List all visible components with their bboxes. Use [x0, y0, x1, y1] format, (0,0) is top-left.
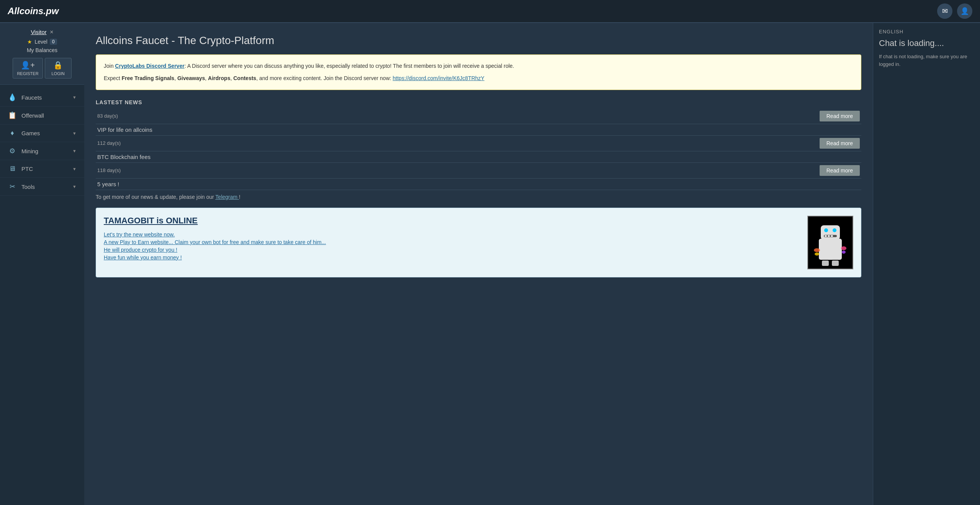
svg-point-12	[815, 252, 819, 256]
table-row: 112 day(s) Read more	[96, 135, 861, 151]
ptc-arrow-icon: ▼	[72, 167, 77, 171]
news-title-1: VIP for life on allcoins	[96, 124, 808, 135]
read-more-button-2[interactable]: Read more	[820, 138, 860, 149]
tamagobit-link-4[interactable]: Have fun while you earn money !	[104, 254, 800, 261]
right-panel: ENGLISH Chat is loading.... If chat is n…	[873, 23, 980, 505]
svg-rect-4	[833, 228, 836, 232]
news-title-3: 5 years !	[96, 178, 808, 190]
discord-text-1: Join CryptoLabs Discord Server: A Discor…	[104, 62, 853, 70]
nav-item-ptc[interactable]: 🖥 PTC ▼	[0, 160, 84, 178]
svg-point-13	[841, 246, 846, 250]
level-label: Level	[34, 39, 47, 45]
news-title-placeholder-2	[142, 135, 808, 151]
nav-item-tools[interactable]: ✂ Tools ▼	[0, 178, 84, 196]
table-row: 118 day(s) Read more	[96, 162, 861, 178]
svg-point-11	[814, 248, 820, 252]
tamagobit-link-1[interactable]: Let's try the new website now.	[104, 231, 800, 238]
tamagobit-link-3[interactable]: He will produce crypto for you !	[104, 247, 800, 253]
news-days-1: 83 day(s)	[96, 108, 142, 124]
faucets-icon: 💧	[8, 93, 17, 102]
table-row: VIP for life on allcoins	[96, 124, 861, 135]
news-btn-cell-3: Read more	[808, 162, 861, 178]
svg-rect-9	[822, 261, 829, 266]
header-actions: ✉ 👤	[937, 3, 972, 19]
read-more-button-3[interactable]: Read more	[820, 165, 860, 176]
svg-rect-1	[819, 239, 842, 260]
discord-text-2: Expect Free Trading Signals, Giveaways, …	[104, 74, 853, 82]
tamagobit-section: TAMAGOBIT is ONLINE Let's try the new we…	[96, 208, 861, 277]
sidebar: Visitor × ★ Level 0 My Balances 👤+ REGIS…	[0, 23, 84, 505]
svg-rect-3	[824, 228, 828, 232]
page-title: Allcoins Faucet - The Crypto-Platform	[96, 34, 861, 47]
tamagobit-content: TAMAGOBIT is ONLINE Let's try the new we…	[104, 216, 800, 261]
star-icon: ★	[27, 39, 32, 45]
auth-buttons: 👤+ REGISTER 🔒 LOGIN	[4, 58, 80, 79]
chat-loading-text: Chat is loading....	[879, 38, 974, 48]
my-balances-link[interactable]: My Balances	[4, 47, 80, 53]
svg-rect-6	[825, 235, 827, 237]
tamagobit-title-link[interactable]: TAMAGOBIT is ONLINE	[104, 216, 198, 225]
news-days-2: 112 day(s)	[96, 135, 142, 151]
nav-item-faucets[interactable]: 💧 Faucets ▼	[0, 89, 84, 107]
svg-rect-8	[831, 235, 833, 237]
site-logo: Allcoins.pw	[8, 6, 59, 16]
tamagobit-link-2[interactable]: A new Play to Earn website... Claim your…	[104, 239, 800, 245]
telegram-row: To get more of our news & update, please…	[96, 194, 861, 200]
discord-banner: Join CryptoLabs Discord Server: A Discor…	[96, 54, 861, 90]
nav-item-games[interactable]: ♦ Games ▼	[0, 125, 84, 142]
nav-label-tools: Tools	[21, 184, 68, 190]
games-arrow-icon: ▼	[72, 131, 77, 136]
discord-link[interactable]: CryptoLabs Discord Server	[115, 63, 185, 69]
user-panel: Visitor × ★ Level 0 My Balances 👤+ REGIS…	[0, 23, 84, 85]
register-button[interactable]: 👤+ REGISTER	[13, 58, 42, 79]
user-profile-button[interactable]: 👤	[957, 3, 972, 19]
mining-arrow-icon: ▼	[72, 149, 77, 153]
news-table: 83 day(s) Read more VIP for life on allc…	[96, 108, 861, 190]
tamagobit-title[interactable]: TAMAGOBIT is ONLINE	[104, 216, 800, 226]
tamagobit-robot-image	[807, 216, 853, 269]
news-section-title: LASTEST NEWS	[96, 99, 861, 105]
offerwall-icon: 📋	[8, 111, 17, 120]
nav-label-offerwall: Offerwall	[21, 112, 77, 119]
nav-label-mining: Mining	[21, 148, 68, 154]
tools-icon: ✂	[8, 182, 17, 191]
user-icon: 👤	[960, 7, 969, 15]
news-btn-cell-1: Read more	[808, 108, 861, 124]
main-layout: Visitor × ★ Level 0 My Balances 👤+ REGIS…	[0, 23, 980, 505]
telegram-link[interactable]: Telegram	[216, 194, 239, 200]
nav-items: 💧 Faucets ▼ 📋 Offerwall ♦ Games ▼ ⚙ Mini…	[0, 85, 84, 505]
nav-label-faucets: Faucets	[21, 94, 68, 101]
nav-label-games: Games	[21, 130, 68, 136]
nav-item-offerwall[interactable]: 📋 Offerwall	[0, 107, 84, 125]
language-label: ENGLISH	[879, 29, 974, 34]
tamagobit-links: Let's try the new website now. A new Pla…	[104, 231, 800, 261]
mining-icon: ⚙	[8, 147, 17, 155]
news-days-3: 118 day(s)	[96, 162, 142, 178]
svg-rect-7	[828, 235, 830, 237]
news-title-2: BTC Blockchain fees	[96, 151, 808, 162]
mail-button[interactable]: ✉	[937, 3, 952, 19]
visitor-label[interactable]: Visitor	[31, 29, 46, 35]
level-row: ★ Level 0	[4, 39, 80, 45]
read-more-button-1[interactable]: Read more	[820, 111, 860, 121]
svg-point-14	[842, 251, 846, 254]
login-button[interactable]: 🔒 LOGIN	[45, 58, 72, 79]
login-label: LOGIN	[51, 71, 64, 76]
top-header: Allcoins.pw ✉ 👤	[0, 0, 980, 23]
register-label: REGISTER	[17, 71, 38, 76]
svg-rect-10	[832, 261, 839, 266]
table-row: BTC Blockchain fees	[96, 151, 861, 162]
robot-svg	[811, 218, 849, 267]
news-title-placeholder-3	[142, 162, 808, 178]
nav-item-mining[interactable]: ⚙ Mining ▼	[0, 142, 84, 160]
table-row: 83 day(s) Read more	[96, 108, 861, 124]
discord-url-link[interactable]: https://discord.com/invite/K6Jc8TRhzY	[393, 75, 485, 81]
register-icon: 👤+	[21, 61, 35, 70]
table-row: 5 years !	[96, 178, 861, 190]
content-area: Allcoins Faucet - The Crypto-Platform Jo…	[84, 23, 873, 505]
mail-icon: ✉	[942, 7, 948, 15]
tools-arrow-icon: ▼	[72, 184, 77, 189]
faucets-arrow-icon: ▼	[72, 95, 77, 100]
visitor-x: ×	[50, 29, 53, 35]
news-btn-cell-2: Read more	[808, 135, 861, 151]
